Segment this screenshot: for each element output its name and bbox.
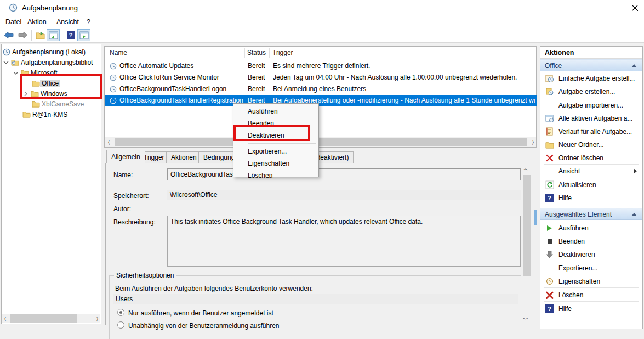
ctx-loeschen[interactable]: Löschen xyxy=(235,170,317,182)
radio-independent[interactable] xyxy=(117,321,124,329)
maximize-button[interactable] xyxy=(601,2,618,13)
action-show-running-tasks[interactable]: Alle aktiven Aufgaben a... xyxy=(540,112,642,125)
back-button[interactable] xyxy=(2,29,15,41)
action-import-task[interactable]: Aufgabe importieren... xyxy=(540,99,642,112)
action-panel-button[interactable] xyxy=(77,29,90,41)
tab-allgemein[interactable]: Allgemein xyxy=(106,150,145,163)
scroll-down-icon[interactable]: 〉 xyxy=(523,318,528,319)
action-create-task[interactable]: Aufgabe erstellen... xyxy=(540,85,642,98)
action-help-1[interactable]: ? Hilfe xyxy=(540,191,642,205)
scroll-right-icon[interactable]: 〉 xyxy=(96,316,98,321)
down-arrow-icon xyxy=(545,250,554,259)
ctx-exportieren[interactable]: Exportieren... xyxy=(235,145,317,157)
tree-item-windows[interactable]: Windows xyxy=(22,88,69,99)
refresh-icon xyxy=(545,180,554,189)
radio-logged-on[interactable] xyxy=(117,309,124,316)
security-group-title: Sicherheitsoptionen xyxy=(114,272,176,279)
menu-bar: Datei Aktion Ansicht ? xyxy=(0,15,644,27)
action-end[interactable]: Beenden xyxy=(540,235,642,248)
ctx-ausfuehren[interactable]: Ausführen xyxy=(235,105,317,117)
account-value: Users xyxy=(113,294,518,304)
tab-aktionen[interactable]: Aktionen xyxy=(166,151,202,163)
splitter-grip[interactable] xyxy=(534,210,537,225)
help-icon: ? xyxy=(67,31,75,39)
list-hscrollbar[interactable]: 〈 〉 xyxy=(105,137,536,147)
column-name[interactable]: Name xyxy=(110,49,127,56)
menu-datei[interactable]: Datei xyxy=(2,17,25,27)
action-refresh[interactable]: Aktualisieren xyxy=(540,178,642,191)
name-input[interactable]: OfficeBackgroundTaskHandlerRegistration xyxy=(167,168,521,180)
action-delete[interactable]: Löschen xyxy=(540,289,642,302)
properties-clock-icon xyxy=(545,277,554,286)
author-label: Autor: xyxy=(113,205,131,213)
action-enable-history[interactable]: Verlauf für alle Aufgabe... xyxy=(540,125,642,138)
section-office[interactable]: Office xyxy=(540,59,642,71)
actions-panel: Aktionen Office Einfache Aufgabe erstell… xyxy=(540,46,643,329)
actions-title: Aktionen xyxy=(540,47,642,59)
minimize-button[interactable] xyxy=(576,2,592,13)
help-button[interactable]: ? xyxy=(64,29,77,41)
collapse-icon xyxy=(631,213,637,216)
folder-icon xyxy=(21,69,29,76)
menu-hilfe[interactable]: ? xyxy=(83,17,94,27)
column-trigger[interactable]: Trigger xyxy=(272,49,293,56)
close-button[interactable] xyxy=(626,2,643,13)
export-list-button[interactable] xyxy=(33,29,47,41)
location-value: \Microsoft\Office xyxy=(167,190,521,200)
basic-task-icon xyxy=(545,74,554,83)
folder-icon xyxy=(545,140,554,149)
help-icon: ? xyxy=(545,304,554,313)
menu-ansicht[interactable]: Ansicht xyxy=(53,17,82,27)
title-bar: Aufgabenplanung xyxy=(0,0,644,15)
column-status[interactable]: Status xyxy=(247,49,266,56)
action-delete-folder[interactable]: Ordner löschen xyxy=(540,151,642,165)
red-x-icon xyxy=(545,154,554,162)
section-selected-element[interactable]: Ausgewähltes Element xyxy=(540,208,642,220)
scroll-left-icon[interactable]: 〈 xyxy=(4,316,6,321)
action-properties[interactable]: Eigenschaften xyxy=(540,275,642,288)
action-new-folder[interactable]: Neuer Ordner... xyxy=(540,138,642,151)
tree-item-library[interactable]: Aufgabenplanungsbibliot xyxy=(3,57,94,67)
scroll-left-icon[interactable]: 〈 xyxy=(108,139,110,145)
tree-hscrollbar[interactable]: 〈 〉 xyxy=(2,314,100,323)
action-disable[interactable]: Deaktivieren xyxy=(540,248,642,261)
folder-icon xyxy=(32,80,40,87)
folder-arrow-icon xyxy=(36,31,45,39)
menu-aktion[interactable]: Aktion xyxy=(24,17,50,27)
tree-item-microsoft[interactable]: Microsoft xyxy=(13,67,59,78)
tree-hscroll-thumb[interactable] xyxy=(10,314,77,323)
action-help-2[interactable]: ? Hilfe xyxy=(540,302,642,315)
submenu-arrow-icon xyxy=(634,168,637,174)
forward-button[interactable] xyxy=(16,29,30,41)
context-menu: Ausführen Beenden Deaktivieren Exportier… xyxy=(233,103,319,177)
list-hscroll-thumb[interactable] xyxy=(115,138,527,146)
ctx-eigenschaften[interactable]: Eigenschaften xyxy=(235,157,317,170)
ctx-beenden[interactable]: Beenden xyxy=(235,117,317,129)
action-view[interactable]: Ansicht xyxy=(540,165,642,178)
description-textarea[interactable]: This task initiates Office Background Ta… xyxy=(167,216,521,267)
scroll-right-icon[interactable]: 〉 xyxy=(532,139,534,145)
action-export[interactable]: Exportieren... xyxy=(540,262,642,275)
scroll-up-icon[interactable]: 〈 xyxy=(523,168,528,170)
details-vscrollbar[interactable]: 〈 〉 xyxy=(522,164,532,324)
details-vscroll-thumb[interactable] xyxy=(523,175,531,276)
ctx-deaktivieren[interactable]: Deaktivieren xyxy=(235,129,317,142)
task-row[interactable]: OfficeBackgroundTaskHandlerLogon Bereit … xyxy=(105,83,536,94)
tree-item-kms[interactable]: R@1n-KMS xyxy=(22,109,69,120)
library-folder-icon xyxy=(11,59,19,66)
stop-icon xyxy=(548,239,552,244)
tree-item-root[interactable]: Aufgabenplanung (Lokal) xyxy=(3,47,87,57)
back-arrow-icon xyxy=(4,31,14,39)
account-hint: Beim Ausführen der Aufgaben folgendes Be… xyxy=(115,285,313,292)
task-row[interactable]: Office Automatic Updates Bereit Es sind … xyxy=(105,60,536,71)
action-run[interactable]: Ausführen xyxy=(540,222,642,235)
task-row-selected[interactable]: OfficeBackgroundTaskHandlerRegistration … xyxy=(105,95,537,106)
radio-independent-label: Unabhängig von der Benutzeranmeldung aus… xyxy=(128,322,280,330)
action-create-basic-task[interactable]: Einfache Aufgabe erstell... xyxy=(540,72,642,85)
tree-item-office[interactable]: Office xyxy=(32,78,60,88)
folder-tree: Aufgabenplanung (Lokal) Aufgabenplanungs… xyxy=(1,44,101,324)
show-panel-button[interactable] xyxy=(47,29,60,41)
task-row[interactable]: Office ClickToRun Service Monitor Bereit… xyxy=(105,72,536,83)
task-clock-icon xyxy=(110,97,117,104)
tree-item-xblgamesave[interactable]: XblGameSave xyxy=(32,99,86,109)
